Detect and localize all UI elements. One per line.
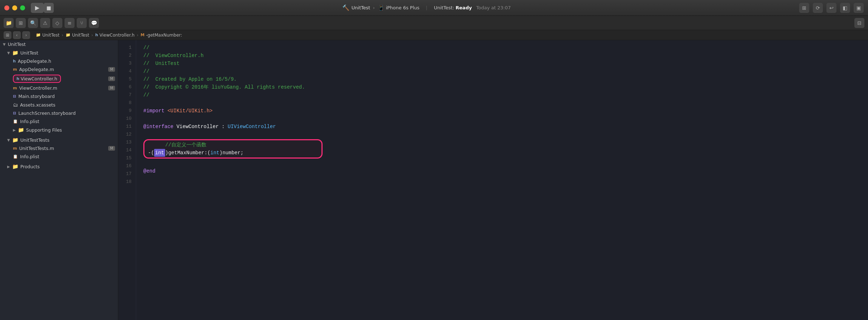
sidebar-label-utt-plist: Info.plist [20,154,39,159]
sidebar-group-unitest[interactable]: ▼ 📁 UnitTest [0,48,118,57]
bc-sep-2: › [91,33,93,38]
breadcrumb-item-viewcontroller[interactable]: h ViewController.h [95,33,135,38]
annotation-block: //自定义一个函数 -(int)getMaxNumber:(int)number… [143,139,323,159]
time-label: Today at 23:07 [476,5,511,10]
sidebar-label-appdelegate-h: AppDelegate.h [18,58,51,64]
bc-sep-3: › [137,33,138,38]
sidebar-item-viewcontroller-m[interactable]: m ViewController.m M [0,84,118,92]
file-icon-assets: 🗂 [13,102,18,108]
file-icon-h-vc: h [16,76,19,81]
sidebar-item-utt-plist[interactable]: 📋 Info.plist [0,152,118,161]
toolbar-grid-view[interactable]: ⊟ [854,18,864,28]
layout-button-1[interactable]: ⊞ [799,3,809,13]
sidebar-group-unittesttests[interactable]: ▼ 📁 UnitTestTests [0,136,118,144]
layout-button-2[interactable]: ⟳ [813,3,823,13]
code-import-path: <UIKit/UIKit.h> [167,107,213,115]
ln-4: 4 [118,67,136,75]
file-icon-m-vc: m [13,86,17,90]
ln-17: 17 [118,170,136,178]
badge-m-vc-m: M [108,86,115,90]
file-icon-plist-1: 📋 [13,154,18,159]
toolbar-branch-icon[interactable]: ⑂ [77,18,87,28]
code-line-3: // UnitTest [143,60,861,67]
sidebar-item-unittesttests-m[interactable]: m UnitTestTests.m M [0,144,118,152]
sidebar-root-unitest[interactable]: ▼ UnitTest [0,40,118,48]
viewcontroller-h-ring: h ViewController.h [13,75,61,83]
titlebar-separator: › [373,5,375,10]
code-line-15 [143,159,861,167]
folder-icon-products: 📁 [12,164,18,169]
close-button[interactable] [4,5,9,10]
sidebar-item-assets[interactable]: 🗂 Assets.xcassets [0,100,118,109]
sidebar-item-info-plist[interactable]: 📋 Info.plist [0,117,118,126]
breadcrumb-forward-button[interactable]: › [22,31,30,39]
toolbar-diamond-icon[interactable]: ◇ [52,18,62,28]
badge-m-vc-h: M [108,76,115,81]
panel-right-button[interactable]: ▣ [854,3,864,13]
toolbar-grid-icon[interactable]: ⊞ [16,18,26,28]
toolbar-search-icon[interactable]: 🔍 [28,18,38,28]
code-line-8 [143,99,861,107]
toolbar-warning-icon[interactable]: ⚠ [40,18,50,28]
breadcrumb-folder-icon-0: 📁 [36,33,41,37]
sidebar-item-supporting-files[interactable]: ▶ 📁 Supporting Files [0,126,118,134]
toolbar-folder-icon[interactable]: 📁 [4,18,14,28]
breadcrumb-back-button[interactable]: ‹ [13,31,21,39]
breadcrumb-item-unitest-folder[interactable]: 📁 UnitTest [66,33,89,38]
code-container: 1 2 3 4 5 6 7 8 9 10 11 12 13 14 15 16 1… [118,40,868,320]
ln-1: 1 [118,44,136,52]
code-line-17 [143,175,861,183]
code-area[interactable]: // // ViewController.h // UnitTest // //… [136,40,868,320]
expand-arrow-root: ▼ [3,42,6,46]
code-editor[interactable]: 1 2 3 4 5 6 7 8 9 10 11 12 13 14 15 16 1… [118,40,868,320]
sidebar-item-appdelegate-m[interactable]: m AppDelegate.m M [0,65,118,74]
sidebar-item-launchscreen[interactable]: ⊟ LaunchScreen.storyboard [0,109,118,117]
breadcrumb-grid-icon[interactable]: ⊞ [4,31,11,39]
maximize-button[interactable] [20,5,25,10]
folder-icon-sf: 📁 [18,127,24,133]
file-icon-h-0: h [13,59,16,63]
breadcrumb-item-unitest[interactable]: 📁 UnitTest [36,33,59,38]
sidebar-label-viewcontroller-m: ViewController.m [19,85,57,91]
run-button[interactable]: ▶ [31,3,44,13]
ln-12: 12 [118,131,136,138]
sidebar-label-supporting-files: Supporting Files [26,127,62,133]
breadcrumb-label-2: ViewController.h [100,33,135,38]
code-param-rest: )number; [219,149,243,157]
sidebar-item-appdelegate-h[interactable]: h AppDelegate.h [0,57,118,65]
ln-3: 3 [118,60,136,67]
sidebar-item-main-storyboard[interactable]: ⊟ Main.storyboard [0,92,118,100]
sidebar-label-launchscreen: LaunchScreen.storyboard [18,110,76,116]
code-line-16: @end [143,167,861,175]
file-icon-plist-0: 📋 [13,119,18,124]
toolbar-list-icon[interactable]: ≡ [65,18,75,28]
status-label: UnitTest: [434,5,454,10]
ln-14: 14 [118,146,136,154]
toolbar: 📁 ⊞ 🔍 ⚠ ◇ ≡ ⑂ 💬 ⊟ [0,16,868,30]
sidebar-item-viewcontroller-h[interactable]: h ViewController.h M [0,74,118,84]
ln-5: 5 [118,75,136,83]
code-line-2: // ViewController.h [143,52,861,60]
titlebar-app-name: 🔨 UnitTest [342,4,370,11]
code-close-paren: )getMaxNumber:( [165,149,210,157]
sidebar-label-info-plist: Info.plist [20,119,39,124]
ln-10: 10 [118,115,136,123]
minimize-button[interactable] [12,5,17,10]
breadcrumb-item-method[interactable]: M -getMaxNumber: [140,33,182,38]
sidebar-label-assets: Assets.xcassets [20,102,56,108]
code-minus: -( [148,149,154,157]
code-comment-2: // ViewController.h [143,52,204,60]
status-value: Ready [456,5,472,10]
toolbar-speech-icon[interactable]: 💬 [89,18,99,28]
sidebar-group-products-label: Products [20,164,40,169]
sidebar-group-products[interactable]: ▶ 📁 Products [0,162,118,171]
ln-18: 18 [118,178,136,186]
stop-button[interactable]: ■ [44,3,54,13]
panel-left-button[interactable]: ◧ [840,3,850,13]
code-line-4: // [143,67,861,75]
code-comment-3: // UnitTest [143,60,180,67]
sidebar-label-utt-m: UnitTestTests.m [19,146,54,151]
code-line-14: -(int)getMaxNumber:(int)number; [148,149,318,157]
layout-button-3[interactable]: ↩ [826,3,836,13]
expand-arrow-unitest: ▼ [7,51,10,55]
